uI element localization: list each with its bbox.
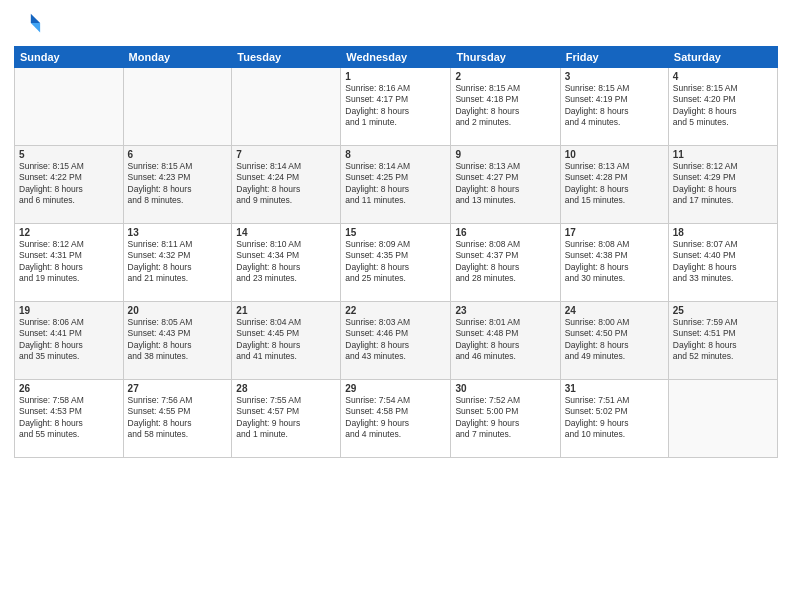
day-info-line: Sunset: 4:55 PM xyxy=(128,406,191,416)
day-info-line: Daylight: 9 hours xyxy=(236,418,300,428)
day-info: Sunrise: 8:12 AMSunset: 4:31 PMDaylight:… xyxy=(19,239,119,285)
day-info-line: Sunrise: 8:12 AM xyxy=(673,161,738,171)
day-info-line: Sunrise: 8:06 AM xyxy=(19,317,84,327)
day-info-line: Sunset: 4:25 PM xyxy=(345,172,408,182)
day-info: Sunrise: 8:14 AMSunset: 4:24 PMDaylight:… xyxy=(236,161,336,207)
day-info: Sunrise: 8:05 AMSunset: 4:43 PMDaylight:… xyxy=(128,317,228,363)
day-info-line: Daylight: 8 hours xyxy=(236,340,300,350)
day-number: 31 xyxy=(565,383,664,394)
day-info-line: and 9 minutes. xyxy=(236,195,292,205)
day-info: Sunrise: 8:14 AMSunset: 4:25 PMDaylight:… xyxy=(345,161,446,207)
day-info-line: Sunset: 4:29 PM xyxy=(673,172,736,182)
calendar-cell: 30Sunrise: 7:52 AMSunset: 5:00 PMDayligh… xyxy=(451,380,560,458)
calendar-week-1: 1Sunrise: 8:16 AMSunset: 4:17 PMDaylight… xyxy=(15,68,778,146)
day-number: 9 xyxy=(455,149,555,160)
day-number: 3 xyxy=(565,71,664,82)
day-info-line: and 10 minutes. xyxy=(565,429,625,439)
day-info-line: Sunset: 4:50 PM xyxy=(565,328,628,338)
day-info: Sunrise: 8:15 AMSunset: 4:18 PMDaylight:… xyxy=(455,83,555,129)
day-info-line: and 13 minutes. xyxy=(455,195,515,205)
day-info-line: Daylight: 8 hours xyxy=(565,340,629,350)
day-info-line: Sunrise: 8:04 AM xyxy=(236,317,301,327)
day-info-line: Sunset: 4:38 PM xyxy=(565,250,628,260)
day-info-line: Sunrise: 8:10 AM xyxy=(236,239,301,249)
calendar-cell: 4Sunrise: 8:15 AMSunset: 4:20 PMDaylight… xyxy=(668,68,777,146)
day-number: 1 xyxy=(345,71,446,82)
day-info-line: Sunrise: 8:09 AM xyxy=(345,239,410,249)
day-info-line: Daylight: 8 hours xyxy=(236,184,300,194)
day-info-line: Sunset: 4:46 PM xyxy=(345,328,408,338)
day-info: Sunrise: 8:00 AMSunset: 4:50 PMDaylight:… xyxy=(565,317,664,363)
day-info: Sunrise: 8:06 AMSunset: 4:41 PMDaylight:… xyxy=(19,317,119,363)
calendar-cell: 12Sunrise: 8:12 AMSunset: 4:31 PMDayligh… xyxy=(15,224,124,302)
day-number: 15 xyxy=(345,227,446,238)
day-info: Sunrise: 7:52 AMSunset: 5:00 PMDaylight:… xyxy=(455,395,555,441)
calendar-cell: 1Sunrise: 8:16 AMSunset: 4:17 PMDaylight… xyxy=(341,68,451,146)
calendar-cell: 3Sunrise: 8:15 AMSunset: 4:19 PMDaylight… xyxy=(560,68,668,146)
calendar-cell xyxy=(668,380,777,458)
day-info-line: Daylight: 8 hours xyxy=(673,184,737,194)
day-info-line: Sunset: 4:22 PM xyxy=(19,172,82,182)
day-info-line: and 38 minutes. xyxy=(128,351,188,361)
day-info-line: Sunset: 4:51 PM xyxy=(673,328,736,338)
day-info-line: Daylight: 8 hours xyxy=(19,184,83,194)
day-info-line: and 49 minutes. xyxy=(565,351,625,361)
day-info-line: Daylight: 8 hours xyxy=(345,184,409,194)
day-number: 5 xyxy=(19,149,119,160)
day-info: Sunrise: 8:13 AMSunset: 4:27 PMDaylight:… xyxy=(455,161,555,207)
day-number: 2 xyxy=(455,71,555,82)
calendar-cell: 11Sunrise: 8:12 AMSunset: 4:29 PMDayligh… xyxy=(668,146,777,224)
day-info: Sunrise: 8:09 AMSunset: 4:35 PMDaylight:… xyxy=(345,239,446,285)
day-info-line: Sunset: 5:00 PM xyxy=(455,406,518,416)
day-info-line: Daylight: 8 hours xyxy=(455,340,519,350)
day-info-line: Daylight: 8 hours xyxy=(19,340,83,350)
calendar-table: Sunday Monday Tuesday Wednesday Thursday… xyxy=(14,46,778,458)
day-info-line: and 4 minutes. xyxy=(565,117,621,127)
col-sunday: Sunday xyxy=(15,47,124,68)
day-number: 18 xyxy=(673,227,773,238)
day-info-line: Sunrise: 8:15 AM xyxy=(19,161,84,171)
calendar-week-5: 26Sunrise: 7:58 AMSunset: 4:53 PMDayligh… xyxy=(15,380,778,458)
calendar-cell: 5Sunrise: 8:15 AMSunset: 4:22 PMDaylight… xyxy=(15,146,124,224)
day-number: 21 xyxy=(236,305,336,316)
day-info: Sunrise: 7:59 AMSunset: 4:51 PMDaylight:… xyxy=(673,317,773,363)
day-info-line: Sunset: 4:35 PM xyxy=(345,250,408,260)
day-info-line: Sunrise: 7:55 AM xyxy=(236,395,301,405)
logo-icon xyxy=(14,10,42,38)
calendar-cell: 23Sunrise: 8:01 AMSunset: 4:48 PMDayligh… xyxy=(451,302,560,380)
day-info-line: Sunset: 4:27 PM xyxy=(455,172,518,182)
calendar-cell: 15Sunrise: 8:09 AMSunset: 4:35 PMDayligh… xyxy=(341,224,451,302)
day-info-line: Sunset: 4:43 PM xyxy=(128,328,191,338)
day-info-line: and 19 minutes. xyxy=(19,273,79,283)
day-info-line: Daylight: 8 hours xyxy=(455,106,519,116)
day-info-line: Daylight: 8 hours xyxy=(128,340,192,350)
day-info: Sunrise: 8:08 AMSunset: 4:38 PMDaylight:… xyxy=(565,239,664,285)
calendar-cell: 8Sunrise: 8:14 AMSunset: 4:25 PMDaylight… xyxy=(341,146,451,224)
day-info-line: and 52 minutes. xyxy=(673,351,733,361)
calendar-cell: 6Sunrise: 8:15 AMSunset: 4:23 PMDaylight… xyxy=(123,146,232,224)
day-info: Sunrise: 8:07 AMSunset: 4:40 PMDaylight:… xyxy=(673,239,773,285)
day-info: Sunrise: 8:03 AMSunset: 4:46 PMDaylight:… xyxy=(345,317,446,363)
day-info-line: and 21 minutes. xyxy=(128,273,188,283)
day-info-line: Sunrise: 8:15 AM xyxy=(673,83,738,93)
day-info-line: and 4 minutes. xyxy=(345,429,401,439)
calendar-cell: 27Sunrise: 7:56 AMSunset: 4:55 PMDayligh… xyxy=(123,380,232,458)
day-info-line: Sunset: 4:45 PM xyxy=(236,328,299,338)
calendar-cell: 20Sunrise: 8:05 AMSunset: 4:43 PMDayligh… xyxy=(123,302,232,380)
day-info-line: and 1 minute. xyxy=(345,117,397,127)
day-info-line: Sunrise: 7:51 AM xyxy=(565,395,630,405)
day-info: Sunrise: 8:15 AMSunset: 4:22 PMDaylight:… xyxy=(19,161,119,207)
day-info-line: Daylight: 9 hours xyxy=(455,418,519,428)
day-info-line: Sunset: 5:02 PM xyxy=(565,406,628,416)
day-info-line: Sunset: 4:37 PM xyxy=(455,250,518,260)
day-info-line: Sunset: 4:34 PM xyxy=(236,250,299,260)
day-info-line: and 25 minutes. xyxy=(345,273,405,283)
day-info-line: and 55 minutes. xyxy=(19,429,79,439)
day-number: 24 xyxy=(565,305,664,316)
calendar-cell xyxy=(232,68,341,146)
calendar-cell: 13Sunrise: 8:11 AMSunset: 4:32 PMDayligh… xyxy=(123,224,232,302)
day-info-line: Sunset: 4:24 PM xyxy=(236,172,299,182)
day-number: 20 xyxy=(128,305,228,316)
day-info-line: Sunrise: 8:08 AM xyxy=(565,239,630,249)
day-info-line: Sunrise: 8:13 AM xyxy=(455,161,520,171)
